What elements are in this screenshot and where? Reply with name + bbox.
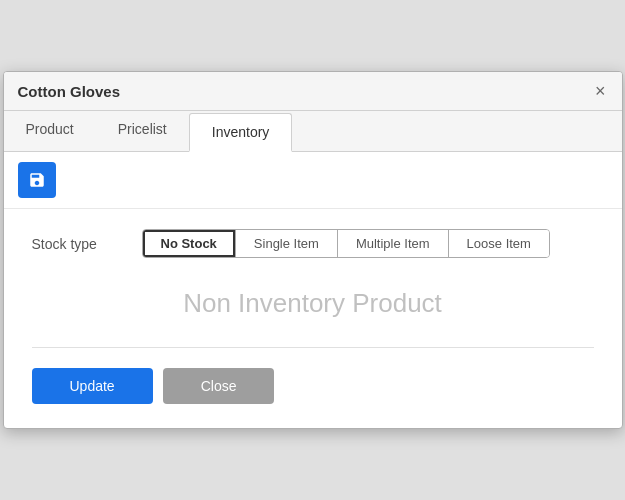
- tab-pricelist[interactable]: Pricelist: [96, 111, 189, 152]
- stock-option-multiple-item[interactable]: Multiple Item: [338, 230, 449, 257]
- action-buttons: Update Close: [32, 368, 594, 404]
- update-button[interactable]: Update: [32, 368, 153, 404]
- dialog: Cotton Gloves × Product Pricelist Invent…: [3, 71, 623, 429]
- tab-product[interactable]: Product: [4, 111, 96, 152]
- tab-inventory[interactable]: Inventory: [189, 113, 293, 152]
- close-button[interactable]: Close: [163, 368, 275, 404]
- save-button[interactable]: [18, 162, 56, 198]
- stock-type-row: Stock type No Stock Single Item Multiple…: [32, 229, 594, 258]
- dialog-title: Cotton Gloves: [18, 83, 121, 100]
- divider: [32, 347, 594, 348]
- tab-bar: Product Pricelist Inventory: [4, 111, 622, 152]
- stock-type-label: Stock type: [32, 236, 142, 252]
- stock-option-single-item[interactable]: Single Item: [236, 230, 338, 257]
- stock-option-no-stock[interactable]: No Stock: [143, 230, 236, 257]
- dialog-close-button[interactable]: ×: [593, 82, 608, 100]
- stock-type-options: No Stock Single Item Multiple Item Loose…: [142, 229, 550, 258]
- title-bar: Cotton Gloves ×: [4, 72, 622, 111]
- toolbar: [4, 152, 622, 209]
- save-icon: [28, 170, 46, 190]
- main-content: Stock type No Stock Single Item Multiple…: [4, 209, 622, 428]
- non-inventory-label: Non Inventory Product: [32, 288, 594, 319]
- stock-option-loose-item[interactable]: Loose Item: [449, 230, 549, 257]
